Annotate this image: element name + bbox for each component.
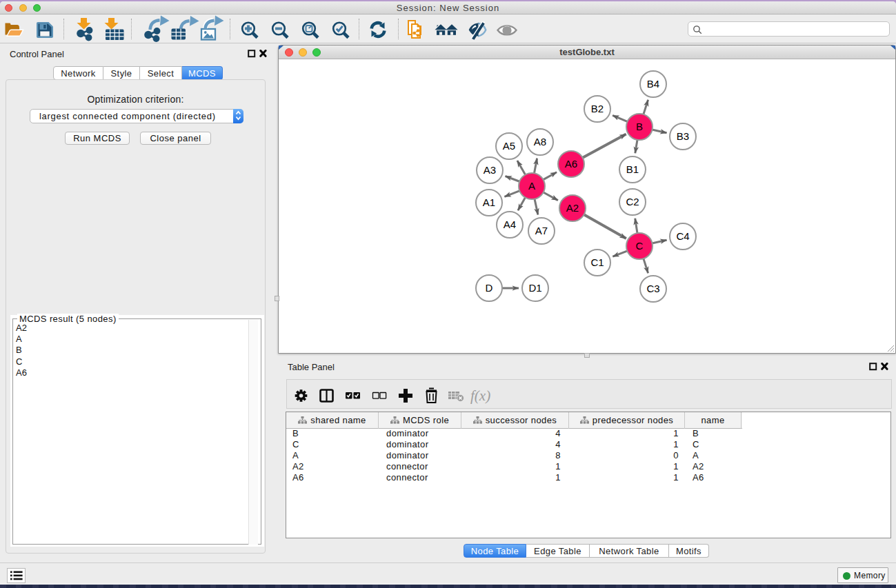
svg-text:B: B bbox=[636, 121, 643, 132]
svg-text:C3: C3 bbox=[646, 283, 659, 294]
svg-text:C4: C4 bbox=[676, 230, 689, 242]
svg-text:D: D bbox=[486, 282, 493, 294]
svg-text:B3: B3 bbox=[677, 130, 689, 142]
svg-text:f(x): f(x) bbox=[470, 387, 490, 404]
svg-text:C2: C2 bbox=[626, 196, 639, 207]
svg-text:A7: A7 bbox=[535, 225, 548, 236]
svg-text:B1: B1 bbox=[626, 163, 639, 175]
svg-text:C: C bbox=[636, 240, 644, 252]
svg-text:A: A bbox=[528, 180, 535, 192]
svg-text:A5: A5 bbox=[503, 140, 515, 152]
svg-text:B4: B4 bbox=[647, 78, 659, 90]
svg-text:A4: A4 bbox=[504, 219, 516, 230]
svg-text:A6: A6 bbox=[565, 158, 577, 170]
svg-text:D1: D1 bbox=[528, 282, 541, 294]
svg-text:A8: A8 bbox=[534, 136, 546, 148]
svg-text:B2: B2 bbox=[591, 103, 604, 114]
svg-text:A3: A3 bbox=[484, 164, 496, 176]
svg-text:C1: C1 bbox=[590, 256, 604, 268]
svg-text:A1: A1 bbox=[483, 196, 495, 208]
svg-text:A2: A2 bbox=[566, 202, 579, 214]
